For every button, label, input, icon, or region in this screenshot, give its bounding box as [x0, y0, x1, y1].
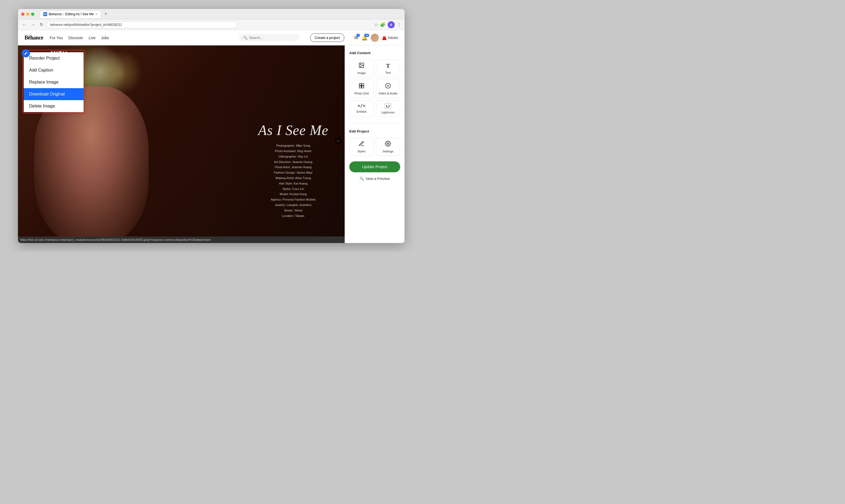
nav-for-you[interactable]: For You	[50, 36, 63, 40]
text-overlay: As I See Me Photographer: Mike Sung Phot…	[258, 122, 328, 219]
photo-grid-icon	[359, 83, 364, 90]
minimize-traffic-light[interactable]	[26, 13, 30, 16]
sidebar-label-video-audio: Video & Audio	[379, 92, 397, 95]
menu-icon[interactable]: ⋮	[397, 22, 401, 27]
image-icon	[359, 62, 364, 70]
main-nav: For You Discover Live Jobs	[50, 36, 109, 40]
menu-item-replace-image[interactable]: Replace Image	[24, 76, 84, 88]
credits-text: Photographer: Mike Sung Photo Assistant:…	[258, 143, 328, 218]
sidebar: Add Content Image T Text	[345, 46, 404, 243]
nav-discover[interactable]: Discover	[68, 36, 83, 40]
update-project-button[interactable]: Update Project	[349, 161, 400, 172]
profile-avatar[interactable]: B	[388, 21, 395, 28]
svg-point-10	[388, 143, 389, 144]
embed-icon: </>	[357, 103, 365, 108]
tab-favicon: Bē	[43, 12, 47, 16]
sidebar-item-styles[interactable]: Styles	[349, 138, 374, 156]
refresh-button[interactable]: ↻	[39, 21, 44, 28]
tab-close-button[interactable]: ✕	[95, 13, 97, 16]
search-input[interactable]	[249, 36, 295, 40]
preview-link-label: View a Preview	[365, 177, 390, 181]
sidebar-label-settings: Settings	[382, 150, 393, 153]
context-menu: Reorder Project Add Caption Replace Imag…	[24, 52, 84, 112]
edit-project-grid: Styles Settings	[349, 138, 400, 156]
video-audio-icon	[385, 83, 391, 90]
new-tab-button[interactable]: +	[102, 11, 109, 17]
menu-item-reorder[interactable]: Reorder Project	[24, 52, 84, 64]
notification-badge-2: 16	[364, 34, 369, 37]
fullscreen-traffic-light[interactable]	[31, 13, 34, 16]
sidebar-item-photo-grid[interactable]: Photo Grid	[349, 80, 374, 98]
svg-marker-9	[388, 85, 389, 87]
context-menu-border: Reorder Project Add Caption Replace Imag…	[22, 50, 85, 113]
user-avatar[interactable]	[371, 34, 379, 42]
styles-icon	[359, 141, 364, 148]
sidebar-label-text: Text	[385, 71, 391, 74]
nav-jobs[interactable]: Jobs	[101, 36, 109, 40]
browser-window: Bē Behance :: Editing As I See Me ✕ + ← …	[18, 9, 404, 243]
add-content-title: Add Content	[349, 51, 400, 55]
browser-tab[interactable]: Bē Behance :: Editing As I See Me ✕	[40, 10, 101, 18]
app-header: Bēhance For You Discover Live Jobs 🔍 Cre…	[18, 30, 404, 46]
svg-point-3	[360, 64, 361, 65]
svg-rect-6	[359, 86, 361, 88]
add-content-grid: Image T Text	[349, 59, 400, 117]
status-url: https://mir-s3-cdn-cf.behance.net/projec…	[20, 238, 211, 241]
sidebar-item-video-audio[interactable]: Video & Audio	[376, 80, 400, 98]
sidebar-item-lightroom[interactable]: Lr Lightroom	[376, 100, 400, 117]
create-project-button[interactable]: Create a project	[310, 34, 345, 42]
star-icon[interactable]: ☆	[374, 22, 378, 27]
notification-button-2[interactable]: 🔔 16	[361, 35, 367, 41]
address-input[interactable]	[47, 21, 237, 28]
editor-area: MITH As I See Me Photographer: Mike Sung…	[18, 46, 345, 243]
sidebar-item-text[interactable]: T Text	[376, 59, 400, 77]
sidebar-label-lightroom: Lightroom	[381, 111, 395, 114]
image-title: As I See Me	[258, 122, 328, 139]
sidebar-item-settings[interactable]: Settings	[376, 138, 400, 156]
tab-bar: Bē Behance :: Editing As I See Me ✕ +	[40, 10, 109, 18]
resize-handle[interactable]: ↔	[334, 138, 342, 144]
traffic-lights	[21, 13, 34, 16]
preview-search-icon: 🔍	[360, 177, 364, 181]
close-traffic-light[interactable]	[21, 13, 24, 16]
svg-rect-4	[359, 84, 361, 86]
search-bar: 🔍	[239, 34, 299, 41]
edit-icon-button[interactable]	[22, 49, 30, 57]
address-bar: ← → ↻ ☆ 🧩 B ⋮	[18, 19, 404, 30]
pencil-icon	[24, 51, 28, 55]
sidebar-label-image: Image	[357, 71, 365, 75]
puzzle-icon[interactable]: 🧩	[380, 22, 385, 27]
header-icons: ✉ 1 🔔 16 Adobe	[354, 34, 398, 42]
sidebar-item-embed[interactable]: </> Embed	[349, 100, 374, 117]
title-bar: Bē Behance :: Editing As I See Me ✕ +	[18, 9, 404, 19]
notification-button-1[interactable]: ✉ 1	[354, 35, 358, 41]
main-content: MITH As I See Me Photographer: Mike Sung…	[18, 46, 404, 243]
behance-logo[interactable]: Bēhance	[24, 35, 43, 41]
view-preview-link[interactable]: 🔍 View a Preview	[349, 175, 400, 183]
back-button[interactable]: ←	[21, 21, 28, 28]
sidebar-item-image[interactable]: Image	[349, 59, 374, 77]
main-image: MITH As I See Me Photographer: Mike Sung…	[18, 46, 345, 236]
sidebar-label-embed: Embed	[357, 110, 366, 113]
image-container: MITH As I See Me Photographer: Mike Sung…	[18, 46, 345, 236]
menu-item-delete-image[interactable]: Delete Image	[24, 100, 84, 112]
menu-item-add-caption[interactable]: Add Caption	[24, 64, 84, 76]
status-bar: https://mir-s3-cdn-cf.behance.net/projec…	[18, 236, 345, 243]
settings-icon	[385, 141, 391, 148]
menu-item-download-original[interactable]: Download Original	[24, 88, 84, 100]
tab-label: Behance :: Editing As I See Me	[49, 12, 94, 16]
notification-badge-1: 1	[356, 34, 360, 37]
edit-project-title: Edit Project	[349, 129, 400, 133]
search-icon: 🔍	[243, 36, 248, 40]
forward-button[interactable]: →	[30, 21, 36, 28]
adobe-icon	[382, 36, 386, 40]
lightroom-icon: Lr	[385, 103, 391, 109]
adobe-logo: Adobe	[382, 36, 398, 40]
sidebar-label-photo-grid: Photo Grid	[354, 92, 368, 95]
svg-rect-5	[362, 84, 364, 86]
text-icon: T	[386, 62, 390, 69]
nav-live[interactable]: Live	[89, 36, 95, 40]
address-right-icons: ☆ 🧩 B ⋮	[374, 21, 401, 28]
sidebar-label-styles: Styles	[357, 150, 365, 153]
context-menu-wrapper: Reorder Project Add Caption Replace Imag…	[22, 50, 85, 113]
